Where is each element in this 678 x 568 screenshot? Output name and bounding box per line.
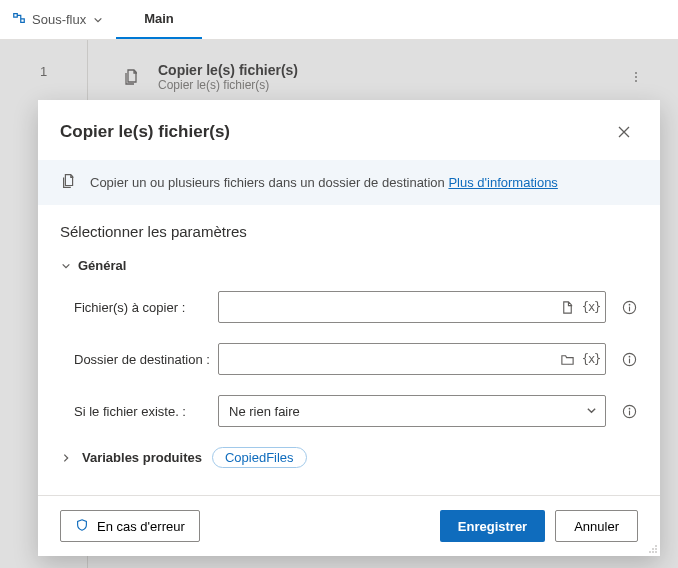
copy-file-icon — [60, 172, 78, 193]
files-input-icons: {x} — [558, 298, 600, 316]
variable-icon[interactable]: {x} — [582, 298, 600, 316]
close-button[interactable] — [610, 118, 638, 146]
dialog-title: Copier le(s) fichier(s) — [60, 122, 610, 142]
exists-select-value: Ne rien faire — [229, 404, 300, 419]
svg-point-10 — [652, 548, 654, 550]
files-label: Fichier(s) à copier : — [60, 300, 210, 315]
info-icon[interactable] — [620, 350, 638, 368]
svg-point-11 — [655, 548, 657, 550]
file-picker-icon[interactable] — [558, 298, 576, 316]
variable-pill[interactable]: CopiedFiles — [212, 447, 307, 468]
info-icon[interactable] — [620, 298, 638, 316]
subflows-label: Sous-flux — [32, 12, 86, 27]
group-general-label: Général — [78, 258, 126, 273]
svg-point-4 — [628, 303, 630, 305]
chevron-down-icon — [92, 14, 104, 26]
dest-input-icons: {x} — [558, 350, 600, 368]
variable-icon[interactable]: {x} — [582, 350, 600, 368]
group-general-toggle[interactable]: Général — [60, 258, 638, 273]
exists-select[interactable]: Ne rien faire — [218, 395, 606, 427]
files-input[interactable] — [218, 291, 606, 323]
svg-point-14 — [655, 551, 657, 553]
svg-point-9 — [655, 545, 657, 547]
tab-main[interactable]: Main — [116, 0, 202, 39]
dialog-info-bar: Copier un ou plusieurs fichiers dans un … — [38, 160, 660, 205]
tab-main-label: Main — [144, 11, 174, 26]
subflows-icon — [12, 11, 26, 28]
save-button[interactable]: Enregistrer — [440, 510, 545, 542]
info-icon[interactable] — [620, 402, 638, 420]
vars-label: Variables produites — [82, 450, 202, 465]
on-error-label: En cas d'erreur — [97, 519, 185, 534]
tab-bar: Sous-flux Main — [0, 0, 678, 40]
info-text: Copier un ou plusieurs fichiers dans un … — [90, 175, 448, 190]
row-if-exists: Si le fichier existe. : Ne rien faire — [60, 395, 638, 427]
row-destination: Dossier de destination : {x} — [60, 343, 638, 375]
close-icon — [617, 125, 631, 139]
dialog: Copier le(s) fichier(s) Copier un ou plu… — [38, 100, 660, 556]
cancel-button[interactable]: Annuler — [555, 510, 638, 542]
svg-point-6 — [628, 355, 630, 357]
dest-input-wrap: {x} — [218, 343, 606, 375]
more-info-link[interactable]: Plus d'informations — [448, 175, 557, 190]
folder-picker-icon[interactable] — [558, 350, 576, 368]
chevron-down-icon — [586, 404, 597, 419]
files-input-wrap: {x} — [218, 291, 606, 323]
section-title: Sélectionner les paramètres — [60, 223, 638, 240]
dialog-info-text: Copier un ou plusieurs fichiers dans un … — [90, 175, 558, 190]
on-error-button[interactable]: En cas d'erreur — [60, 510, 200, 542]
chevron-down-icon — [60, 260, 72, 272]
row-variables: Variables produites CopiedFiles — [60, 447, 638, 468]
dest-label: Dossier de destination : — [60, 352, 210, 367]
dialog-header: Copier le(s) fichier(s) — [38, 100, 660, 160]
svg-point-8 — [628, 407, 630, 409]
shield-icon — [75, 518, 89, 535]
chevron-right-icon[interactable] — [60, 452, 72, 464]
exists-label: Si le fichier existe. : — [60, 404, 210, 419]
svg-point-12 — [649, 551, 651, 553]
dest-input[interactable] — [218, 343, 606, 375]
subflows-dropdown[interactable]: Sous-flux — [0, 0, 116, 39]
dialog-body: Sélectionner les paramètres Général Fich… — [38, 205, 660, 495]
exists-select-wrap: Ne rien faire — [218, 395, 606, 427]
resize-grip-icon[interactable] — [646, 542, 658, 554]
row-files: Fichier(s) à copier : {x} — [60, 291, 638, 323]
svg-point-13 — [652, 551, 654, 553]
dialog-footer: En cas d'erreur Enregistrer Annuler — [38, 495, 660, 556]
